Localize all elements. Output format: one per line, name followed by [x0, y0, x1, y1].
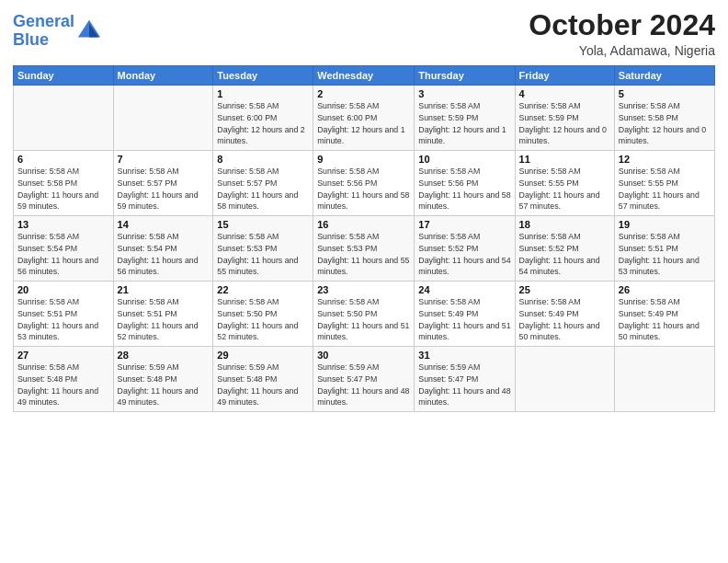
weekday-header-row: SundayMondayTuesdayWednesdayThursdayFrid… [14, 66, 715, 86]
logo-icon [76, 18, 102, 44]
day-number: 1 [217, 88, 309, 99]
day-number: 10 [418, 154, 510, 165]
day-number: 6 [17, 154, 109, 165]
day-number: 22 [217, 284, 309, 295]
calendar-cell: 3Sunrise: 5:58 AMSunset: 5:59 PMDaylight… [415, 86, 515, 151]
header: General Blue October 2024 Yola, Adamawa,… [13, 9, 715, 58]
logo-general: General [13, 12, 74, 30]
day-info: Sunrise: 5:59 AMSunset: 5:47 PMDaylight:… [317, 362, 410, 408]
day-number: 29 [217, 350, 309, 361]
day-info: Sunrise: 5:58 AMSunset: 5:50 PMDaylight:… [317, 296, 410, 343]
calendar-cell: 1Sunrise: 5:58 AMSunset: 6:00 PMDaylight… [213, 86, 313, 151]
day-info: Sunrise: 5:58 AMSunset: 5:53 PMDaylight:… [317, 231, 410, 278]
logo: General Blue [13, 13, 102, 50]
title-area: October 2024 Yola, Adamawa, Nigeria [529, 9, 715, 58]
day-number: 18 [519, 219, 610, 230]
calendar-cell: 6Sunrise: 5:58 AMSunset: 5:58 PMDaylight… [14, 151, 114, 216]
calendar-cell: 29Sunrise: 5:59 AMSunset: 5:48 PMDayligh… [213, 347, 313, 412]
day-info: Sunrise: 5:58 AMSunset: 5:54 PMDaylight:… [17, 231, 109, 278]
day-info: Sunrise: 5:58 AMSunset: 5:54 PMDaylight:… [118, 231, 210, 278]
day-info: Sunrise: 5:58 AMSunset: 5:49 PMDaylight:… [418, 296, 510, 343]
day-number: 24 [418, 284, 510, 295]
day-info: Sunrise: 5:58 AMSunset: 5:57 PMDaylight:… [118, 166, 210, 213]
day-number: 15 [217, 219, 309, 230]
day-info: Sunrise: 5:58 AMSunset: 5:52 PMDaylight:… [418, 231, 510, 278]
calendar-cell: 16Sunrise: 5:58 AMSunset: 5:53 PMDayligh… [313, 216, 415, 282]
day-info: Sunrise: 5:58 AMSunset: 5:53 PMDaylight:… [217, 231, 309, 278]
weekday-header-monday: Monday [113, 66, 213, 86]
calendar-cell [515, 347, 614, 412]
calendar-week-row: 27Sunrise: 5:58 AMSunset: 5:48 PMDayligh… [14, 347, 715, 412]
calendar-cell: 17Sunrise: 5:58 AMSunset: 5:52 PMDayligh… [415, 216, 515, 282]
day-info: Sunrise: 5:58 AMSunset: 5:59 PMDaylight:… [519, 100, 610, 147]
logo-blue: Blue [13, 30, 49, 49]
calendar-cell: 12Sunrise: 5:58 AMSunset: 5:55 PMDayligh… [614, 151, 714, 216]
calendar-table: SundayMondayTuesdayWednesdayThursdayFrid… [13, 65, 715, 412]
day-number: 30 [317, 350, 410, 361]
day-info: Sunrise: 5:58 AMSunset: 5:57 PMDaylight:… [217, 166, 309, 213]
logo-text: General Blue [13, 13, 74, 50]
weekday-header-saturday: Saturday [614, 66, 714, 86]
calendar-cell: 24Sunrise: 5:58 AMSunset: 5:49 PMDayligh… [415, 282, 515, 347]
day-info: Sunrise: 5:58 AMSunset: 5:55 PMDaylight:… [619, 166, 711, 213]
weekday-header-wednesday: Wednesday [313, 66, 415, 86]
calendar-week-row: 20Sunrise: 5:58 AMSunset: 5:51 PMDayligh… [14, 282, 715, 347]
weekday-header-friday: Friday [515, 66, 614, 86]
calendar-week-row: 13Sunrise: 5:58 AMSunset: 5:54 PMDayligh… [14, 216, 715, 282]
day-info: Sunrise: 5:59 AMSunset: 5:48 PMDaylight:… [118, 362, 210, 408]
day-info: Sunrise: 5:59 AMSunset: 5:47 PMDaylight:… [418, 362, 510, 408]
month-title: October 2024 [529, 9, 715, 41]
day-info: Sunrise: 5:58 AMSunset: 5:56 PMDaylight:… [418, 166, 510, 213]
day-info: Sunrise: 5:58 AMSunset: 5:49 PMDaylight:… [619, 296, 711, 343]
calendar-week-row: 6Sunrise: 5:58 AMSunset: 5:58 PMDaylight… [14, 151, 715, 216]
calendar-cell: 18Sunrise: 5:58 AMSunset: 5:52 PMDayligh… [515, 216, 614, 282]
day-info: Sunrise: 5:58 AMSunset: 6:00 PMDaylight:… [317, 100, 410, 147]
day-number: 12 [619, 154, 711, 165]
day-number: 19 [619, 219, 711, 230]
day-number: 16 [317, 219, 410, 230]
calendar-cell: 5Sunrise: 5:58 AMSunset: 5:58 PMDaylight… [614, 86, 714, 151]
day-info: Sunrise: 5:58 AMSunset: 6:00 PMDaylight:… [217, 100, 309, 147]
calendar-cell: 15Sunrise: 5:58 AMSunset: 5:53 PMDayligh… [213, 216, 313, 282]
day-number: 11 [519, 154, 610, 165]
day-number: 23 [317, 284, 410, 295]
calendar-cell: 28Sunrise: 5:59 AMSunset: 5:48 PMDayligh… [113, 347, 213, 412]
day-info: Sunrise: 5:59 AMSunset: 5:48 PMDaylight:… [217, 362, 309, 408]
calendar-cell: 8Sunrise: 5:58 AMSunset: 5:57 PMDaylight… [213, 151, 313, 216]
calendar-cell: 23Sunrise: 5:58 AMSunset: 5:50 PMDayligh… [313, 282, 415, 347]
page-container: General Blue October 2024 Yola, Adamawa,… [0, 0, 728, 419]
location: Yola, Adamawa, Nigeria [529, 43, 715, 58]
calendar-cell [614, 347, 714, 412]
calendar-cell: 25Sunrise: 5:58 AMSunset: 5:49 PMDayligh… [515, 282, 614, 347]
calendar-cell: 21Sunrise: 5:58 AMSunset: 5:51 PMDayligh… [113, 282, 213, 347]
day-info: Sunrise: 5:58 AMSunset: 5:48 PMDaylight:… [17, 362, 109, 408]
calendar-cell: 2Sunrise: 5:58 AMSunset: 6:00 PMDaylight… [313, 86, 415, 151]
day-info: Sunrise: 5:58 AMSunset: 5:59 PMDaylight:… [418, 100, 510, 147]
calendar-cell: 11Sunrise: 5:58 AMSunset: 5:55 PMDayligh… [515, 151, 614, 216]
day-number: 3 [418, 88, 510, 99]
day-info: Sunrise: 5:58 AMSunset: 5:49 PMDaylight:… [519, 296, 610, 343]
calendar-cell: 30Sunrise: 5:59 AMSunset: 5:47 PMDayligh… [313, 347, 415, 412]
day-number: 7 [118, 154, 210, 165]
day-number: 13 [17, 219, 109, 230]
day-number: 17 [418, 219, 510, 230]
day-info: Sunrise: 5:58 AMSunset: 5:58 PMDaylight:… [17, 166, 109, 213]
calendar-cell: 20Sunrise: 5:58 AMSunset: 5:51 PMDayligh… [14, 282, 114, 347]
day-number: 4 [519, 88, 610, 99]
day-info: Sunrise: 5:58 AMSunset: 5:52 PMDaylight:… [519, 231, 610, 278]
day-info: Sunrise: 5:58 AMSunset: 5:51 PMDaylight:… [118, 296, 210, 343]
day-info: Sunrise: 5:58 AMSunset: 5:55 PMDaylight:… [519, 166, 610, 213]
day-info: Sunrise: 5:58 AMSunset: 5:50 PMDaylight:… [217, 296, 309, 343]
day-number: 2 [317, 88, 410, 99]
day-number: 27 [17, 350, 109, 361]
calendar-cell: 14Sunrise: 5:58 AMSunset: 5:54 PMDayligh… [113, 216, 213, 282]
calendar-cell: 31Sunrise: 5:59 AMSunset: 5:47 PMDayligh… [415, 347, 515, 412]
day-number: 14 [118, 219, 210, 230]
calendar-cell: 27Sunrise: 5:58 AMSunset: 5:48 PMDayligh… [14, 347, 114, 412]
calendar-cell: 7Sunrise: 5:58 AMSunset: 5:57 PMDaylight… [113, 151, 213, 216]
day-info: Sunrise: 5:58 AMSunset: 5:56 PMDaylight:… [317, 166, 410, 213]
day-number: 25 [519, 284, 610, 295]
day-number: 21 [118, 284, 210, 295]
day-number: 28 [118, 350, 210, 361]
weekday-header-thursday: Thursday [415, 66, 515, 86]
